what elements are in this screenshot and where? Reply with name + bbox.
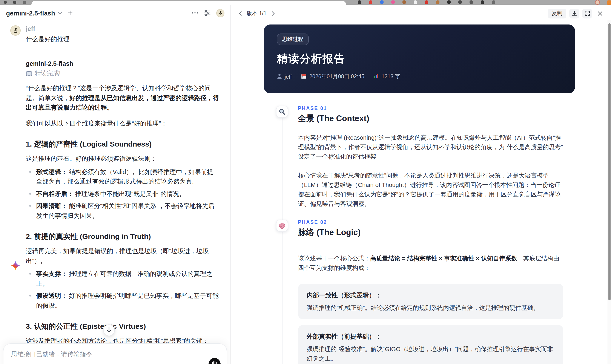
scrollbar-thumb[interactable] (608, 23, 611, 300)
section-heading: 1. 逻辑的严密性 (Logical Soundness) (26, 139, 219, 150)
card-body: 强调推理的“经验校准”。解决“GIGO（垃圾进，垃圾出）”问题，确保推理引擎运行… (306, 344, 555, 363)
report-badge: 思维过程 (277, 34, 309, 45)
new-chat-button[interactable] (67, 10, 73, 15)
extension-icon[interactable] (369, 0, 372, 4)
extension-icon[interactable] (414, 0, 417, 4)
extension-icon[interactable] (425, 0, 428, 4)
bar-chart-icon (374, 74, 379, 80)
waveform-icon (212, 360, 218, 364)
magnifier-icon (276, 106, 288, 118)
user-name: jeff (26, 25, 219, 33)
phase-paragraph: 本内容是对“推理 (Reasoning)”这一抽象概念的高层建模。在知识爆炸与人… (298, 133, 563, 161)
download-button[interactable] (569, 8, 579, 18)
assistant-status: 精读完成! (26, 70, 219, 77)
extension-icon[interactable] (380, 0, 384, 4)
artifact-content[interactable]: 思维过程 精读分析报告 jeff 2 (231, 22, 608, 364)
bullet-list: 事实支撑： 推理建立在可靠的数据、准确的观测或公认的真理之上。 假设透明： 好的… (26, 269, 219, 310)
extension-icon[interactable] (481, 0, 484, 4)
extension-icon[interactable] (402, 0, 406, 4)
meta-date: 2026年01月08日 02:45 (301, 73, 364, 80)
tab-list-icon[interactable] (23, 1, 26, 4)
brain-icon (276, 220, 288, 232)
artifact-toolbar: 版本 1/1 复制 (231, 5, 611, 22)
phase-title: 脉络 (The Logic) (298, 227, 563, 238)
phase-section-2: PHASE 02 脉络 (The Logic) 该论述基于一个核心公式：高质量结… (231, 220, 608, 364)
chevron-down-icon (58, 11, 62, 14)
assistant-status-text: 精读完成! (35, 70, 61, 77)
dimension-cards: 内部一致性（形式逻辑）： 强调推理的“机械正确”。结论必须在给定的规则系统内逻辑… (298, 284, 563, 364)
list-item: 不自相矛盾： 推理链条中不能出现“既是又非”的情况。 (26, 189, 219, 198)
section-intro: 这是推理的基石。好的推理必须遵循逻辑法则： (26, 154, 219, 164)
expand-button[interactable] (582, 8, 592, 18)
assistant-message: gemini-2.5-flash 精读完成! “什么是好的推理？”这是一个涉及逻… (10, 59, 219, 364)
browser-tab[interactable] (31, 1, 346, 5)
report-hero-card: 思维过程 精读分析报告 jeff 2 (264, 25, 575, 93)
user-message: jeff 什么是好的推理 (10, 25, 219, 44)
assistant-name: gemini-2.5-flash (26, 59, 219, 68)
user-avatar[interactable] (216, 9, 225, 17)
book-icon (26, 71, 32, 76)
chat-panel: gemini-2.5-flash (0, 5, 231, 364)
phase-title: 全景 (The Context) (298, 113, 563, 124)
dimension-card: 内部一致性（形式逻辑）： 强调推理的“机械正确”。结论必须在给定的规则系统内逻辑… (298, 284, 563, 319)
calendar-icon (301, 73, 307, 80)
copy-button[interactable]: 复制 (548, 8, 566, 18)
card-title: 内部一致性（形式逻辑）： (306, 291, 555, 299)
arrow-down-icon (106, 326, 112, 334)
more-button[interactable] (192, 12, 198, 14)
reload-icon[interactable] (4, 1, 7, 4)
message-input[interactable]: 思维接口已就绪，请传输指令。 (11, 350, 219, 358)
extension-icon[interactable] (391, 0, 395, 4)
artifact-panel: 版本 1/1 复制 (231, 5, 611, 364)
list-item: 事实支撑： 推理建立在可靠的数据、准确的观测或公认的真理之上。 (26, 269, 219, 288)
version-label: 版本 1/1 (247, 10, 266, 17)
model-settings-button[interactable] (204, 10, 211, 16)
section-heading: 3. 认知的公正性 (Epistemic Virtues) (26, 322, 219, 332)
session-title: gemini-2.5-flash (6, 9, 55, 16)
paragraph: “什么是好的推理？”这是一个涉及逻辑学、认知科学和哲学核心的问题。简单来说，好的… (26, 83, 219, 112)
session-title-dropdown[interactable]: gemini-2.5-flash (6, 9, 62, 16)
app-window: gemini-2.5-flash (0, 5, 611, 364)
message-composer[interactable]: 思维接口已就绪，请传输指令。 (3, 343, 227, 364)
report-title: 精读分析报告 (277, 52, 562, 66)
browser-chrome-bar (0, 0, 611, 5)
report-meta: jeff 2026年01月08日 02:45 121 (277, 73, 562, 80)
list-item: 假设透明： 好的推理会明确指明哪些是已知事实，哪些是基于可能的假设。 (26, 291, 219, 310)
extension-icon[interactable] (436, 0, 439, 4)
meta-word-count: 1213 字 (374, 73, 400, 80)
close-button[interactable] (595, 8, 605, 18)
card-body: 强调推理的“机械正确”。结论必须在给定的规则系统内逻辑自洽，这是推理的硬件基础。 (306, 303, 555, 312)
browser-corner-icon[interactable] (607, 0, 611, 5)
section-heading: 2. 前提的真实性 (Grounding in Truth) (26, 232, 219, 242)
bullet-list: 形式逻辑： 结构必须有效（Valid）。比如演绎推理中，如果前提全部为真，那么通… (26, 167, 219, 221)
extension-icon[interactable] (358, 0, 361, 4)
voice-input-button[interactable] (209, 358, 221, 364)
extension-icon[interactable] (447, 0, 451, 4)
list-item: 因果清晰： 能准确区分“相关性”和“因果关系”，不会轻率地将先后发生的事情归为因… (26, 201, 219, 221)
assistant-message-body: “什么是好的推理？”这是一个涉及逻辑学、认知科学和哲学核心的问题。简单来说，好的… (26, 83, 219, 364)
extension-icon[interactable] (469, 0, 473, 4)
paragraph: 我们可以从以下四个维度来衡量什么是“好的推理”： (26, 118, 219, 128)
chat-header: gemini-2.5-flash (0, 5, 230, 21)
scroll-to-bottom-button[interactable] (103, 325, 115, 336)
scrollbar-track[interactable] (608, 20, 611, 364)
meta-author: jeff (277, 73, 292, 80)
extension-icon[interactable] (458, 0, 462, 4)
person-icon (277, 73, 282, 80)
next-version-button[interactable] (269, 9, 278, 18)
phase-paragraph: 该论述基于一个核心公式：高质量结论 = 结构完整性 × 事实准确性 × 认知自律… (298, 254, 563, 273)
chat-scroll-area[interactable]: jeff 什么是好的推理 (0, 21, 230, 364)
previous-version-button[interactable] (236, 9, 244, 18)
card-title: 外部真实性（前提基础）： (306, 332, 555, 341)
extension-icon[interactable] (492, 0, 495, 4)
user-message-avatar (10, 25, 21, 36)
apps-icon[interactable] (13, 1, 16, 4)
phase-section-1: PHASE 01 全景 (The Context) 本内容是对“推理 (Reas… (231, 106, 608, 208)
user-message-text: 什么是好的推理 (26, 34, 219, 44)
section-intro: 逻辑再完美，如果前提是错误的，推理也是垃圾（即“垃圾进，垃圾出”）。 (26, 246, 219, 266)
gemini-logo-icon (10, 60, 21, 364)
list-item: 形式逻辑： 结构必须有效（Valid）。比如演绎推理中，如果前提全部为真，那么通… (26, 167, 219, 186)
browser-profile-avatar[interactable] (595, 0, 600, 5)
phase-paragraph: 核心情境在于解决“思考的随意性”问题。不论是人类通过批判性思维进行决策，还是大语… (298, 171, 563, 208)
dimension-card: 外部真实性（前提基础）： 强调推理的“经验校准”。解决“GIGO（垃圾进，垃圾出… (298, 325, 563, 364)
